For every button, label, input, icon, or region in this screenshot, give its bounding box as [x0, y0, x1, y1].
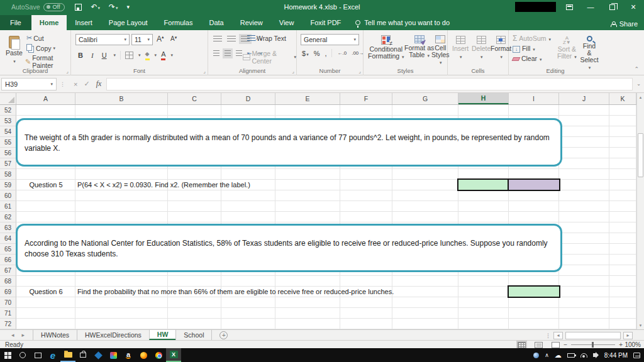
- cell-I52[interactable]: [509, 105, 559, 116]
- enter-icon[interactable]: ✓: [84, 80, 89, 88]
- accounting-format-button[interactable]: $▾: [302, 50, 309, 57]
- align-left-icon[interactable]: [213, 50, 219, 57]
- row-header-54[interactable]: 54: [0, 126, 16, 137]
- cell-D62[interactable]: [221, 212, 275, 222]
- font-color-button[interactable]: A: [161, 50, 165, 60]
- cell-H62[interactable]: [458, 212, 509, 222]
- save-icon[interactable]: [75, 4, 82, 11]
- font-size-combobox[interactable]: 11▾: [131, 34, 153, 45]
- scroll-down-icon[interactable]: ▼: [637, 321, 644, 329]
- cell-A61[interactable]: [16, 201, 75, 212]
- cell-G61[interactable]: [392, 201, 458, 212]
- italic-button[interactable]: I: [89, 51, 96, 60]
- cell-D61[interactable]: [221, 201, 275, 212]
- cell-G68[interactable]: [392, 276, 458, 287]
- cell-D58[interactable]: [221, 169, 275, 180]
- ribbon-tab-data[interactable]: Data: [201, 15, 231, 30]
- fill-color-dropdown[interactable]: ▾: [155, 53, 157, 58]
- shrink-font-button[interactable]: A▾: [170, 35, 177, 42]
- cell-J59[interactable]: [559, 180, 609, 190]
- hscroll-left-icon[interactable]: ◂: [553, 332, 563, 339]
- cell-D70[interactable]: [221, 297, 275, 308]
- question5-label-cell[interactable]: Question 5: [16, 180, 75, 190]
- row-header-65[interactable]: 65: [0, 244, 16, 255]
- decrease-decimal-button[interactable]: .00→: [352, 50, 364, 56]
- ribbon-tab-review[interactable]: Review: [232, 15, 271, 30]
- cell-E52[interactable]: [275, 105, 340, 116]
- sheet-tab-school[interactable]: School: [175, 330, 212, 340]
- expand-formula-bar-icon[interactable]: ⌄: [636, 81, 641, 87]
- cell-K69[interactable]: [609, 287, 636, 297]
- cell-J60[interactable]: [559, 190, 609, 201]
- copy-button[interactable]: Copy▾: [26, 44, 55, 53]
- cell-K64[interactable]: [609, 233, 636, 244]
- cell-F60[interactable]: [340, 190, 392, 201]
- question6-text-cell[interactable]: Find the probability that no more than 6…: [77, 287, 394, 297]
- cell-F72[interactable]: [340, 319, 392, 329]
- font-name-combobox[interactable]: Calibri▾: [75, 34, 130, 45]
- cell-F61[interactable]: [340, 201, 392, 212]
- cell-H71[interactable]: [458, 308, 509, 319]
- cell-K66[interactable]: [609, 255, 636, 265]
- cell-B52[interactable]: [75, 105, 168, 116]
- cell-K54[interactable]: [609, 126, 636, 137]
- cell-K70[interactable]: [609, 297, 636, 308]
- cell-K60[interactable]: [609, 190, 636, 201]
- ribbon-tab-page-layout[interactable]: Page Layout: [101, 15, 156, 30]
- cell-E62[interactable]: [275, 212, 340, 222]
- cell-J72[interactable]: [559, 319, 609, 329]
- cell-J64[interactable]: [559, 233, 609, 244]
- ribbon-tab-view[interactable]: View: [271, 15, 303, 30]
- merge-center-button[interactable]: Merge & Center▾: [243, 50, 296, 65]
- cell-F52[interactable]: [340, 105, 392, 116]
- cell-J56[interactable]: [559, 148, 609, 158]
- row-header-53[interactable]: 53: [0, 116, 16, 126]
- collapse-ribbon-icon[interactable]: ⌃: [634, 66, 639, 72]
- cell-K57[interactable]: [609, 158, 636, 169]
- row-header-61[interactable]: 61: [0, 201, 16, 212]
- zoom-slider[interactable]: [571, 344, 615, 345]
- cell-K62[interactable]: [609, 212, 636, 222]
- cell-B68[interactable]: [75, 276, 168, 287]
- cell-K59[interactable]: [609, 180, 636, 190]
- insert-function-button[interactable]: fx: [96, 79, 102, 89]
- ribbon-display-options-button[interactable]: [558, 0, 580, 14]
- formula-input[interactable]: [106, 78, 633, 90]
- ribbon-tab-home[interactable]: Home: [31, 15, 67, 30]
- sheet-nav-left-icon[interactable]: ◂: [11, 332, 14, 338]
- cell-K56[interactable]: [609, 148, 636, 158]
- row-header-55[interactable]: 55: [0, 137, 16, 148]
- borders-dropdown[interactable]: ▾: [138, 53, 141, 58]
- horizontal-scroll-thumb[interactable]: [565, 332, 621, 339]
- cell-K61[interactable]: [609, 201, 636, 212]
- cell-I72[interactable]: [509, 319, 559, 329]
- sort-filter-button[interactable]: AZ▼ Sort &Filter ▾: [554, 33, 580, 63]
- cell-A52[interactable]: [16, 105, 75, 116]
- cell-F62[interactable]: [340, 212, 392, 222]
- show-hidden-icons-chevron[interactable]: ∧: [545, 352, 549, 358]
- column-header-J[interactable]: J: [559, 93, 609, 104]
- cell-H52[interactable]: [458, 105, 509, 116]
- cell-J63[interactable]: [559, 222, 609, 233]
- number-dialog-launcher[interactable]: ⌟: [358, 70, 361, 74]
- cell-E60[interactable]: [275, 190, 340, 201]
- clear-button[interactable]: Clear ▾: [513, 55, 551, 62]
- cell-G71[interactable]: [392, 308, 458, 319]
- column-header-H[interactable]: H: [458, 93, 509, 104]
- close-button[interactable]: ×: [623, 0, 644, 14]
- select-all-corner[interactable]: [0, 93, 16, 104]
- new-sheet-button[interactable]: +: [219, 331, 228, 339]
- cell-C72[interactable]: [168, 319, 221, 329]
- sheet-tab-hwexceldirections[interactable]: HWExcelDirections: [77, 330, 150, 340]
- column-header-C[interactable]: C: [168, 93, 221, 104]
- answer-cell-i59[interactable]: [509, 180, 559, 190]
- cell-J61[interactable]: [559, 201, 609, 212]
- row-header-70[interactable]: 70: [0, 297, 16, 308]
- paste-button[interactable]: Paste▾: [3, 33, 26, 67]
- increase-decimal-button[interactable]: ←.0: [337, 50, 347, 56]
- fill-color-button[interactable]: ⬥: [145, 50, 150, 60]
- cell-H61[interactable]: [458, 201, 509, 212]
- cell-B62[interactable]: [75, 212, 168, 222]
- cell-D68[interactable]: [221, 276, 275, 287]
- dropbox-button[interactable]: [91, 348, 106, 362]
